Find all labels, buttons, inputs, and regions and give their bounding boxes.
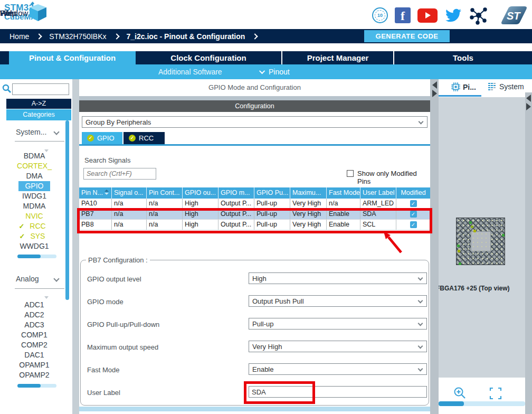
twitter-icon[interactable]: [444, 7, 462, 23]
column-header[interactable]: User Label: [360, 187, 396, 199]
categories-button[interactable]: Categories: [6, 109, 71, 120]
zoom-in-icon[interactable]: [453, 387, 467, 400]
sidebar-splitter[interactable]: [72, 79, 79, 414]
pin-highlight: [459, 262, 461, 265]
sidebar-peripheral-item[interactable]: ✓GPIO: [0, 181, 69, 191]
table-row[interactable]: PA10 n/a n/a High Output P... Pull-up Ve…: [79, 199, 430, 209]
collapse-right-icon[interactable]: [526, 103, 531, 110]
column-header[interactable]: GPIO ou...: [183, 187, 218, 199]
column-header[interactable]: Fast Mode: [327, 187, 360, 199]
check-icon: ✓: [18, 222, 24, 230]
main-tab[interactable]: Project Manager: [281, 51, 393, 64]
table-row[interactable]: PB7 n/a n/a High Output P... Pull-up Ver…: [79, 209, 430, 220]
right-edge-splitter[interactable]: [525, 92, 532, 414]
tab-system-view[interactable]: System: [488, 82, 524, 91]
sort-az-button[interactable]: A->Z: [6, 99, 71, 109]
sidebar-peripheral-item[interactable]: ✓COMP1: [0, 330, 69, 340]
config-field-row: Fast Mode Enable: [81, 359, 430, 382]
sidebar-peripheral-item[interactable]: ✓MDMA: [0, 201, 69, 211]
sidebar-peripheral-item[interactable]: ✓DAC1: [0, 350, 69, 360]
sidebar-peripheral-item[interactable]: ✓ADC1: [0, 300, 69, 310]
table-row[interactable]: PB8 n/a n/a High Output P... Pull-up Ver…: [79, 220, 430, 230]
analog-scrollbar[interactable]: [17, 384, 56, 388]
sidebar-peripheral-item[interactable]: ✓DMA: [0, 171, 69, 181]
modified-checkbox[interactable]: [410, 211, 417, 218]
pinout-dropdown[interactable]: Pinout: [261, 64, 290, 79]
column-header[interactable]: Modified: [396, 187, 430, 199]
sidebar-peripheral-item[interactable]: ✓SYS: [0, 231, 69, 241]
field-select[interactable]: Pull-up: [249, 318, 427, 330]
sort-icon[interactable]: [104, 190, 109, 195]
column-header[interactable]: Signal o...: [112, 187, 147, 199]
sidebar-peripheral-item[interactable]: ✓CORTEX_: [0, 161, 69, 171]
main-horizontal-scrollbar[interactable]: [79, 407, 430, 411]
config-field-row: GPIO Pull-up/Pull-down Pull-up: [81, 314, 430, 336]
signals-search-input[interactable]: [83, 168, 156, 180]
anniversary-badge-icon[interactable]: 10: [372, 7, 388, 23]
main-tab[interactable]: Pinout & Configuration: [9, 51, 136, 64]
sidebar-peripheral-item[interactable]: ✓WWDG1: [0, 241, 69, 251]
column-header[interactable]: Pin Cont...: [147, 187, 183, 199]
sidebar-search-input[interactable]: [12, 83, 69, 95]
sidebar-peripheral-item[interactable]: ✓IWDG1: [0, 191, 69, 201]
field-select[interactable]: Very High: [249, 341, 427, 352]
chip-package-image[interactable]: [456, 218, 505, 265]
chevron-down-icon: [259, 68, 265, 74]
additional-software-button[interactable]: Additional Software: [158, 64, 222, 79]
sort-toggle-icon[interactable]: [44, 293, 49, 299]
sidebar-peripheral-item[interactable]: ✓RCC: [0, 221, 69, 231]
breadcrumb-item[interactable]: 7_i2c.ioc - Pinout & Configuration: [127, 32, 245, 41]
facebook-icon[interactable]: f: [395, 7, 411, 23]
column-header[interactable]: GPIO m...: [218, 187, 254, 199]
category-system-core[interactable]: System...: [16, 128, 46, 136]
collapse-right-icon[interactable]: [432, 90, 437, 97]
system-core-scrollbar[interactable]: [17, 255, 56, 258]
column-header[interactable]: Pin N...: [79, 187, 112, 199]
main-tab[interactable]: Tools: [393, 51, 532, 64]
show-modified-checkbox[interactable]: [347, 170, 354, 177]
user-label-input[interactable]: [249, 386, 427, 398]
column-header[interactable]: Maximu...: [290, 187, 327, 199]
modified-checkbox[interactable]: [410, 221, 417, 228]
category-analog[interactable]: Analog: [16, 275, 39, 283]
main-tab[interactable]: Clock Configuration: [136, 51, 281, 64]
breadcrumb-item[interactable]: Home: [10, 32, 29, 41]
field-select[interactable]: Output Push Pull: [249, 295, 427, 307]
stm32cubemx-window: STM32 CubeMX FileWindowHelp 10 f: [0, 0, 532, 414]
peripheral-tab-gpio[interactable]: GPIO: [82, 132, 122, 144]
generate-code-button[interactable]: GENERATE CODE: [364, 30, 450, 42]
sidebar-peripheral-item[interactable]: ✓NVIC: [0, 211, 69, 221]
sidebar-peripheral-item[interactable]: ✓OPAMP2: [0, 370, 69, 380]
chevron-down-icon: [418, 366, 423, 372]
sidebar-peripheral-item[interactable]: ✓OPAMP1: [0, 360, 69, 370]
menu-item[interactable]: Help: [0, 8, 16, 17]
sub-bar: Additional Software Pinout: [0, 64, 532, 79]
breadcrumb: Home STM32H750IBKx 7_i2c.ioc - Pinout & …: [10, 29, 257, 43]
pb7-configuration-group: PB7 Configuration : GPIO output level Hi…: [80, 260, 429, 406]
pinout-horizontal-scrollbar[interactable]: [439, 401, 525, 406]
youtube-icon[interactable]: [417, 8, 438, 23]
sidebar-peripheral-item[interactable]: ✓ADC2: [0, 310, 69, 320]
st-logo[interactable]: ST: [495, 4, 529, 26]
community-network-icon[interactable]: [469, 6, 488, 25]
pinout-canvas[interactable]: FBGA176 +25 (Top view): [439, 97, 525, 378]
best-fit-icon[interactable]: [489, 387, 502, 400]
sidebar-peripheral-item[interactable]: ✓ADC3: [0, 320, 69, 330]
collapse-left-icon[interactable]: [526, 95, 531, 102]
sidebar-peripheral-item[interactable]: ✓BDMA: [0, 151, 69, 161]
collapse-left-icon[interactable]: [432, 81, 437, 89]
signals-table-body: PA10 n/a n/a High Output P... Pull-up Ve…: [79, 199, 430, 230]
svg-text:ST: ST: [507, 10, 521, 22]
main-right-splitter[interactable]: [430, 79, 439, 414]
tab-pinout-view[interactable]: Pi...: [451, 82, 476, 91]
column-header[interactable]: GPIO Pu...: [254, 187, 290, 199]
sidebar-scrollbar[interactable]: [65, 120, 69, 300]
sidebar-peripheral-item[interactable]: ✓COMP2: [0, 340, 69, 350]
chevron-down-icon: [418, 298, 423, 304]
field-select[interactable]: High: [249, 272, 427, 284]
breadcrumb-item[interactable]: STM32H750IBKx: [49, 32, 106, 41]
peripheral-tab-rcc[interactable]: RCC: [124, 132, 165, 144]
modified-checkbox[interactable]: [410, 200, 417, 207]
field-select[interactable]: Enable: [249, 363, 427, 375]
group-by-dropdown[interactable]: Group By Peripherals: [82, 116, 428, 128]
